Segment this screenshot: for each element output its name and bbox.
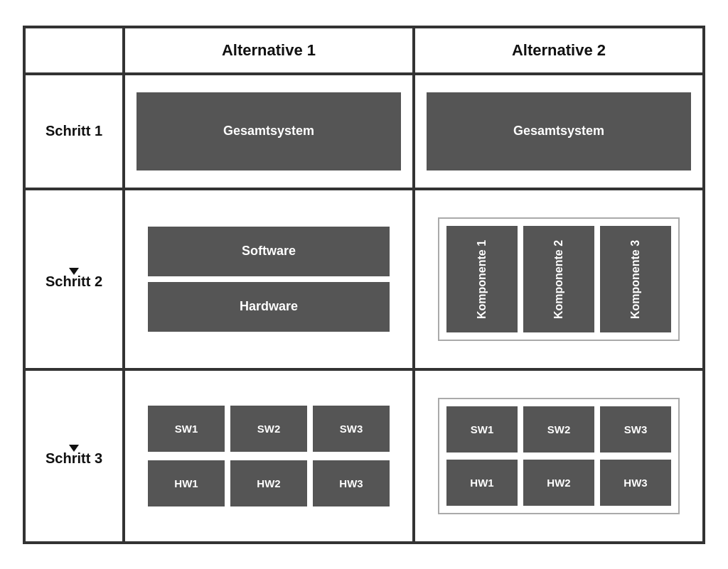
header-alt1-cell: Alternative 1 [124,27,414,74]
alt2-hw3-box: HW3 [600,460,671,506]
alt2-step3-group: SW1 SW2 SW3 HW1 HW2 HW3 [438,398,680,514]
komponente3-box: Komponente 3 [600,226,671,332]
header-alt2-label: Alternative 2 [512,41,606,60]
step2-alt2-cell: Komponente 1 Komponente 2 Komponente 3 [414,189,704,369]
alt1-hardware-label: Hardware [240,299,298,314]
alt1-software-box: Software [148,227,390,276]
alt2-hw2-box: HW2 [523,460,594,506]
step2-label-group: Schritt 2 [46,268,102,290]
alt2-sw3-box: SW3 [600,406,671,453]
komponente1-box: Komponente 1 [446,226,518,332]
alt2-hw1-box: HW1 [446,460,518,506]
alt1-gesamtsystem-box: Gesamtsystem [136,92,401,170]
step2-text: Schritt 2 [46,273,102,290]
komponente2-box: Komponente 2 [523,226,594,332]
alt2-sw1-box: SW1 [446,406,518,453]
step3-alt1-content: SW1 SW2 SW3 HW1 HW2 HW3 [136,391,401,521]
alt1-sw-row: SW1 SW2 SW3 [148,406,390,452]
step1-alt1-cell: Gesamtsystem [124,74,414,189]
komponente3-label: Komponente 3 [629,239,642,318]
alt2-sw2-box: SW2 [523,406,594,453]
alt1-hardware-box: Hardware [148,282,390,332]
step1-label-group: Schritt 1 [46,123,102,139]
header-alt1-label: Alternative 1 [222,41,316,60]
komponente1-label: Komponente 1 [476,239,488,318]
step2-alt1-content: Software Hardware [136,212,401,346]
alt1-hw1-box: HW1 [148,460,225,506]
alt1-hw2-box: HW2 [230,460,307,506]
step3-alt2-cell: SW1 SW2 SW3 HW1 HW2 HW3 [414,369,704,543]
komponente-outer-box: Komponente 1 Komponente 2 Komponente 3 [438,217,680,341]
alt1-hw-row: HW1 HW2 HW3 [148,460,390,506]
alt2-gesamtsystem-box: Gesamtsystem [427,92,691,170]
step1-label-cell: Schritt 1 [24,74,124,189]
step1-alt2-cell: Gesamtsystem [414,74,704,189]
step1-text: Schritt 1 [46,123,102,139]
alt1-sw1-box: SW1 [148,406,225,452]
step3-alt2-content: SW1 SW2 SW3 HW1 HW2 HW3 [427,384,691,529]
alt2-hw-row: HW1 HW2 HW3 [446,460,671,506]
step2-label-cell: Schritt 2 [24,189,124,369]
step3-text: Schritt 3 [46,450,102,467]
alt1-gesamtsystem-label: Gesamtsystem [223,124,314,139]
step3-label-cell: Schritt 3 [24,369,124,543]
step3-label-group: Schritt 3 [46,445,102,467]
alt2-gesamtsystem-label: Gesamtsystem [513,124,604,139]
diagram-container: Alternative 1 Alternative 2 Schritt 1 Ge… [23,26,705,544]
header-alt2-cell: Alternative 2 [414,27,704,74]
diagram-grid: Alternative 1 Alternative 2 Schritt 1 Ge… [24,27,704,543]
step2-alt2-content: Komponente 1 Komponente 2 Komponente 3 [427,203,691,355]
step2-alt1-cell: Software Hardware [124,189,414,369]
step3-alt1-cell: SW1 SW2 SW3 HW1 HW2 HW3 [124,369,414,543]
alt2-sw-row: SW1 SW2 SW3 [446,406,671,453]
alt1-hw3-box: HW3 [313,460,390,506]
komponente2-label: Komponente 2 [552,239,565,318]
alt1-sw3-box: SW3 [313,406,390,452]
alt1-software-label: Software [242,244,296,259]
alt1-sw2-box: SW2 [230,406,307,452]
header-empty-cell [24,27,124,74]
